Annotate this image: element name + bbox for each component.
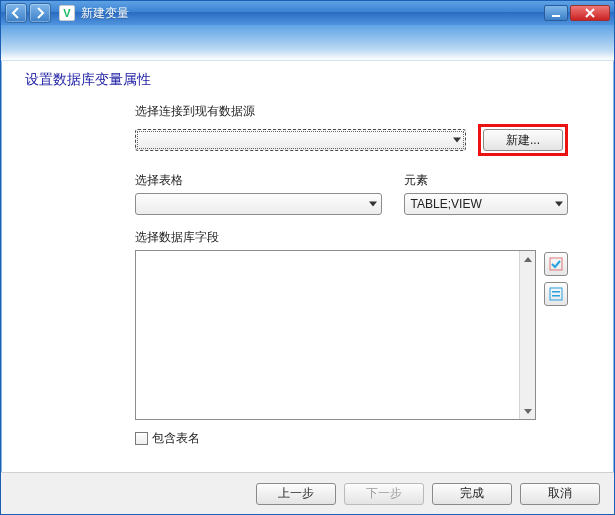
element-combo[interactable]: TABLE;VIEW — [404, 193, 568, 215]
next-button[interactable]: 下一步 — [344, 483, 424, 505]
element-value: TABLE;VIEW — [405, 197, 482, 211]
highlight-box: 新建... — [478, 124, 568, 156]
table-label: 选择表格 — [135, 172, 382, 189]
field-label: 选择数据库字段 — [135, 229, 568, 246]
select-all-button[interactable] — [544, 252, 568, 276]
minimize-button[interactable] — [544, 5, 568, 21]
table-col: 选择表格 — [135, 172, 382, 215]
next-button-label: 下一步 — [366, 485, 402, 502]
field-listbox[interactable] — [135, 250, 536, 420]
arrow-right-icon — [34, 7, 46, 19]
scroll-down-button[interactable] — [520, 403, 535, 419]
footer-bar: 上一步 下一步 完成 取消 — [1, 472, 614, 514]
chevron-down-icon — [369, 202, 377, 207]
window-title: 新建变量 — [81, 5, 544, 22]
datasource-row: 新建... — [135, 124, 568, 156]
close-icon — [585, 8, 595, 18]
close-button[interactable] — [570, 5, 610, 21]
chevron-down-icon — [555, 202, 563, 207]
header-gradient — [1, 25, 614, 61]
table-combo[interactable] — [135, 193, 382, 215]
app-icon: V — [59, 5, 75, 21]
table-element-row: 选择表格 元素 TABLE;VIEW — [135, 172, 568, 215]
element-col: 元素 TABLE;VIEW — [404, 172, 568, 215]
nav-back-button[interactable] — [5, 3, 27, 23]
finish-button-label: 完成 — [460, 485, 484, 502]
include-tablename-label: 包含表名 — [152, 430, 200, 447]
triangle-down-icon — [524, 409, 532, 414]
field-side-buttons — [544, 250, 568, 420]
back-button-label: 上一步 — [278, 485, 314, 502]
back-button[interactable]: 上一步 — [256, 483, 336, 505]
listbox-scrollbar[interactable] — [519, 251, 535, 419]
include-tablename-row: 包含表名 — [135, 430, 568, 447]
triangle-up-icon — [524, 257, 532, 262]
cancel-button[interactable]: 取消 — [520, 483, 600, 505]
window-frame: V 新建变量 设置数据库变量属性 选择连接到现有数据源 新建 — [0, 0, 615, 515]
svg-rect-0 — [552, 15, 560, 17]
svg-rect-3 — [552, 291, 560, 293]
svg-rect-2 — [550, 288, 562, 300]
check-list-icon — [549, 257, 563, 271]
nav-forward-button[interactable] — [29, 3, 51, 23]
chevron-down-icon — [453, 138, 461, 143]
new-button[interactable]: 新建... — [483, 129, 563, 151]
form-area: 选择连接到现有数据源 新建... 选择表格 — [25, 103, 598, 447]
field-row — [135, 250, 568, 420]
scroll-up-button[interactable] — [520, 251, 535, 267]
list-icon — [549, 287, 563, 301]
include-tablename-checkbox[interactable] — [135, 432, 148, 445]
minimize-icon — [551, 8, 561, 18]
new-button-label: 新建... — [506, 132, 540, 149]
cancel-button-label: 取消 — [548, 485, 572, 502]
content-area: 设置数据库变量属性 选择连接到现有数据源 新建... 选择表格 — [1, 61, 614, 472]
datasource-combo[interactable] — [135, 129, 466, 151]
svg-rect-1 — [550, 258, 562, 270]
deselect-all-button[interactable] — [544, 282, 568, 306]
arrow-left-icon — [10, 7, 22, 19]
finish-button[interactable]: 完成 — [432, 483, 512, 505]
page-heading: 设置数据库变量属性 — [25, 71, 598, 89]
svg-rect-4 — [552, 295, 560, 297]
element-label: 元素 — [404, 172, 568, 189]
datasource-label: 选择连接到现有数据源 — [135, 103, 568, 120]
system-buttons — [544, 5, 610, 21]
title-bar: V 新建变量 — [1, 1, 614, 25]
